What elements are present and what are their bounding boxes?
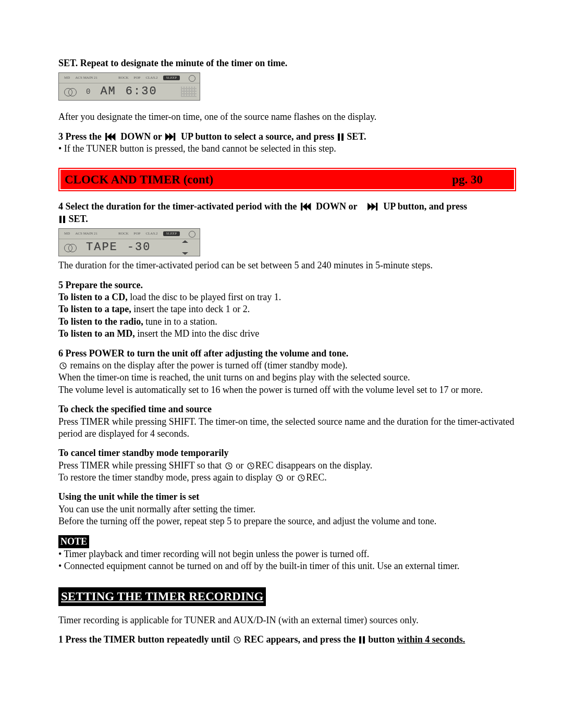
clock-icon [58, 362, 68, 369]
lcd1-left: 0 [86, 87, 91, 96]
cd-rings-icon [64, 87, 77, 96]
step5-cd: To listen to a CD, load the disc to be p… [58, 291, 516, 303]
note-bullet1: • Timer playback and timer recording wil… [58, 548, 516, 560]
step6-heading: 6 Press POWER to turn the unit off after… [58, 348, 516, 360]
check-heading: To check the specified time and source [58, 403, 516, 415]
lcd2-lbl: ACS MAIN 21 [75, 231, 97, 236]
lcd2-badge: SLEEP [163, 231, 180, 236]
subsection-title: SETTING THE TIMER RECORDING [61, 590, 263, 603]
step3-note: • If the TUNER button is pressed, the ba… [58, 143, 516, 155]
lcd2-lbl: MD [64, 231, 70, 236]
manual-page: SET. Repeat to designate the minute of t… [0, 0, 563, 728]
step6-line1: remains on the display after the power i… [58, 360, 516, 372]
spectrum-icon [181, 87, 197, 97]
skip-back-icon [104, 133, 118, 141]
intro-set-repeat: SET. Repeat to designate the minute of t… [58, 57, 516, 69]
subsection-header: SETTING THE TIMER RECORDING [58, 587, 266, 606]
lcd2-lbl: ROCK [118, 231, 128, 236]
lcd1-lbl: CLAS.2 [145, 76, 157, 80]
skip-forward-icon [366, 203, 381, 211]
skip-back-icon [299, 203, 314, 211]
section-title: CLOCK AND TIMER (cont) [65, 172, 213, 188]
cancel-heading: To cancel timer standby mode temporarily [58, 447, 516, 459]
step4-line: 4 Select the duration for the timer-acti… [58, 201, 516, 225]
using-line2: Before the turning off the power, repeat… [58, 515, 516, 527]
step5-heading: 5 Prepare the source. [58, 279, 516, 291]
pause-icon [58, 216, 66, 223]
lcd1-right: 6:30 [126, 84, 157, 100]
lcd1-badge: SLEEP [163, 76, 180, 80]
lcd-display-time: MD ACS MAIN 21 ROCK POP CLAS.2 SLEEP 0 A… [58, 72, 200, 101]
substep1: 1 Press the TIMER button repeatedly unti… [58, 634, 516, 646]
step6-line3: The volume level is automatically set to… [58, 384, 516, 396]
check-body: Press TIMER while pressing SHIFT. The ti… [58, 416, 516, 440]
skip-forward-icon [164, 133, 179, 141]
lcd1-lbl: ROCK [118, 76, 128, 80]
clock-icon [189, 231, 195, 238]
section-page: pg. 30 [452, 172, 483, 188]
lcd1-lbl: MD [64, 76, 70, 80]
using-heading: Using the unit while the timer is set [58, 491, 516, 503]
clock-icon [189, 75, 195, 82]
clock-icon [232, 636, 242, 644]
lcd2-right: -30 [127, 240, 151, 255]
lcd2-lbl: POP [134, 231, 141, 236]
cancel-line1: Press TIMER while pressing SHIFT so that… [58, 460, 516, 472]
pause-icon [358, 636, 366, 644]
cd-rings-icon [64, 243, 77, 252]
cancel-line2: To restore the timer standby mode, press… [58, 472, 516, 484]
section-header: CLOCK AND TIMER (cont) pg. 30 [58, 168, 516, 192]
lcd1-mid: AM [100, 84, 116, 100]
clock-icon [246, 462, 255, 470]
step3-line: 3 Press the DOWN or UP button to select … [58, 131, 516, 143]
step4-note: The duration for the timer-activated per… [58, 260, 516, 272]
lcd2-lbl: CLAS.2 [145, 231, 157, 236]
intro-after: After you designate the timer-on time, o… [58, 111, 516, 123]
note-label: NOTE [58, 535, 89, 548]
adjust-arrows-icon [176, 239, 197, 256]
subsection-intro: Timer recording is applicable for TUNER … [58, 614, 516, 626]
step5-radio: To listen to the radio, tune in to a sta… [58, 316, 516, 328]
clock-icon [297, 474, 306, 482]
lcd1-lbl: ACS MAIN 21 [75, 76, 97, 80]
step5-md: To listen to an MD, insert the MD into t… [58, 328, 516, 340]
lcd2-mid: TAPE [86, 240, 118, 255]
lcd1-lbl: POP [134, 76, 141, 80]
clock-icon [275, 474, 284, 482]
note-bullet2: • Connected equipment cannot be turned o… [58, 560, 516, 572]
pause-icon [337, 133, 345, 141]
step6-line2: When the timer-on time is reached, the u… [58, 372, 516, 384]
lcd-display-duration: MD ACS MAIN 21 ROCK POP CLAS.2 SLEEP TAP… [58, 228, 200, 256]
clock-icon [224, 462, 234, 470]
using-line1: You can use the unit normally after sett… [58, 503, 516, 515]
step5-tape: To listen to a tape, insert the tape int… [58, 303, 516, 315]
